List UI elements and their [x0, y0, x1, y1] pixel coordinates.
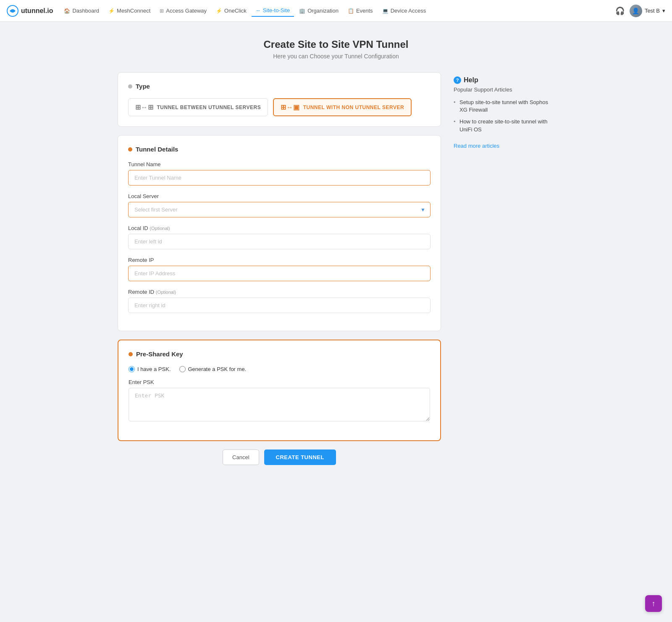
organization-icon: 🏢	[299, 8, 305, 14]
local-server-select-wrapper: Select first Server ▼	[128, 202, 430, 217]
cancel-button[interactable]: Cancel	[223, 450, 259, 465]
nav-user[interactable]: 👤 Test B ▾	[630, 5, 665, 17]
local-server-group: Local Server Select first Server ▼	[128, 193, 430, 217]
read-more-link[interactable]: Read more articles	[454, 143, 499, 149]
remote-id-input[interactable]	[128, 298, 430, 313]
remote-ip-input[interactable]	[128, 266, 430, 281]
psk-section-title: Pre-Shared Key	[129, 350, 430, 358]
help-title: ? Help	[454, 76, 554, 84]
psk-section: Pre-Shared Key I have a PSK. Generate a …	[118, 340, 441, 441]
page-header: Create Site to Site VPN Tunnel Here you …	[118, 39, 554, 60]
remote-id-label: Remote ID (Optional)	[128, 289, 430, 295]
help-article-2: How to create site-to-site tunnel with U…	[454, 118, 554, 133]
nav-item-deviceaccess[interactable]: 💻 Device Access	[378, 5, 430, 16]
headphone-icon[interactable]: 🎧	[615, 6, 625, 16]
nav-item-events[interactable]: 📋 Events	[344, 5, 377, 16]
nav-item-accessgateway[interactable]: ⊞ Access Gateway	[155, 5, 211, 16]
nav-item-organization[interactable]: 🏢 Organization	[295, 5, 343, 16]
nav-item-dashboard[interactable]: 🏠 Dashboard	[60, 5, 103, 16]
avatar: 👤	[630, 5, 642, 17]
form-area: Type ⊞↔⊞ TUNNEL BETWEEN UTUNNEL SERVERS …	[118, 72, 441, 482]
local-id-group: Local ID (Optional)	[128, 225, 430, 249]
local-server-select[interactable]: Select first Server	[128, 202, 430, 217]
deviceaccess-icon: 💻	[382, 8, 388, 14]
psk-radio2-label[interactable]: Generate a PSK for me.	[179, 366, 247, 372]
nav-item-oneclick[interactable]: ⚡ OneClick	[212, 5, 251, 16]
tunnel-name-input[interactable]	[128, 170, 430, 186]
tunnel-type-utunnel-btn[interactable]: ⊞↔⊞ TUNNEL BETWEEN UTUNNEL SERVERS	[128, 98, 268, 116]
tunnel-between-icon: ⊞↔⊞	[135, 103, 154, 111]
psk-radio1-input[interactable]	[129, 366, 135, 372]
tunnel-details-dot	[128, 147, 132, 152]
help-article-1: Setup site-to-site tunnel with Sophos XG…	[454, 99, 554, 114]
help-subtitle: Popular Support Articles	[454, 86, 554, 93]
type-dot	[128, 84, 132, 89]
type-section-title: Type	[128, 83, 430, 90]
local-server-label: Local Server	[128, 193, 430, 199]
remote-ip-group: Remote IP	[128, 257, 430, 281]
tunnel-details-section: Tunnel Details Tunnel Name Local Server …	[118, 135, 441, 331]
type-section: Type ⊞↔⊞ TUNNEL BETWEEN UTUNNEL SERVERS …	[118, 72, 441, 127]
local-id-input[interactable]	[128, 234, 430, 249]
logo[interactable]: utunnel.io	[7, 5, 53, 17]
oneclick-icon: ⚡	[216, 8, 222, 14]
help-articles-list: Setup site-to-site tunnel with Sophos XG…	[454, 99, 554, 133]
psk-radio2-input[interactable]	[179, 366, 186, 372]
meshconnect-icon: ⚡	[108, 8, 115, 14]
remote-ip-label: Remote IP	[128, 257, 430, 263]
psk-radio-row: I have a PSK. Generate a PSK for me.	[129, 366, 430, 372]
nav-items: 🏠 Dashboard ⚡ MeshConnect ⊞ Access Gatew…	[60, 5, 613, 17]
help-icon: ?	[454, 76, 461, 84]
local-id-label: Local ID (Optional)	[128, 225, 430, 231]
tunnel-type-non-utunnel-btn[interactable]: ⊞↔▣ TUNNEL WITH NON UTUNNEL SERVER	[273, 98, 412, 116]
nav-item-sitetosite[interactable]: ↔ Site-to-Site	[252, 5, 294, 17]
psk-textarea[interactable]	[129, 388, 430, 421]
page-subtitle: Here you can Choose your Tunnel Configur…	[118, 53, 554, 60]
enter-psk-group: Enter PSK	[129, 379, 430, 423]
accessgateway-icon: ⊞	[160, 8, 164, 14]
nav-item-meshconnect[interactable]: ⚡ MeshConnect	[104, 5, 155, 16]
nav-right: 🎧 👤 Test B ▾	[615, 5, 665, 17]
tunnel-name-group: Tunnel Name	[128, 161, 430, 186]
psk-dot	[129, 352, 133, 356]
navbar: utunnel.io 🏠 Dashboard ⚡ MeshConnect ⊞ A…	[0, 0, 672, 22]
psk-radio1-label[interactable]: I have a PSK.	[129, 366, 171, 372]
content-wrapper: Create Site to Site VPN Tunnel Here you …	[0, 22, 672, 482]
psk-label: Enter PSK	[129, 379, 430, 385]
events-icon: 📋	[348, 8, 354, 14]
scroll-top-button[interactable]: ↑	[645, 595, 662, 612]
create-tunnel-button[interactable]: CREATE TUNNEL	[264, 450, 336, 465]
dashboard-icon: 🏠	[64, 8, 70, 14]
remote-id-group: Remote ID (Optional)	[128, 289, 430, 313]
help-sidebar: ? Help Popular Support Articles Setup si…	[454, 72, 554, 482]
tunnel-details-title: Tunnel Details	[128, 146, 430, 153]
tunnel-name-label: Tunnel Name	[128, 161, 430, 167]
sitetosite-icon: ↔	[256, 8, 261, 13]
action-row: Cancel CREATE TUNNEL	[118, 450, 441, 482]
tunnel-type-row: ⊞↔⊞ TUNNEL BETWEEN UTUNNEL SERVERS ⊞↔▣ T…	[128, 98, 430, 116]
page-title: Create Site to Site VPN Tunnel	[118, 39, 554, 50]
tunnel-non-icon: ⊞↔▣	[281, 103, 300, 111]
